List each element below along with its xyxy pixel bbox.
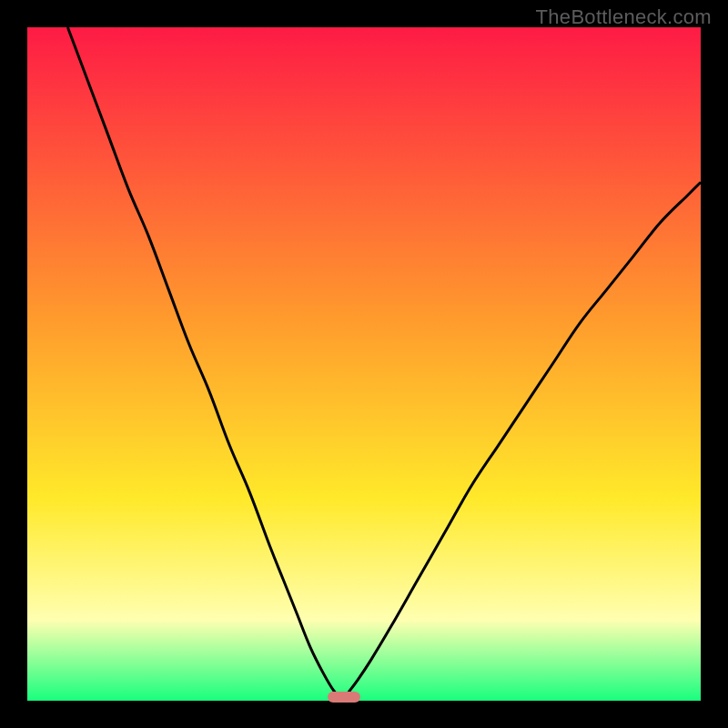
plot-area [27,27,701,701]
chart-frame: TheBottleneck.com [0,0,728,728]
bottleneck-curve [27,27,701,701]
curve-right-branch [348,182,702,693]
watermark-text: TheBottleneck.com [536,5,712,29]
minimum-marker [328,692,360,703]
curve-left-branch [67,27,340,697]
